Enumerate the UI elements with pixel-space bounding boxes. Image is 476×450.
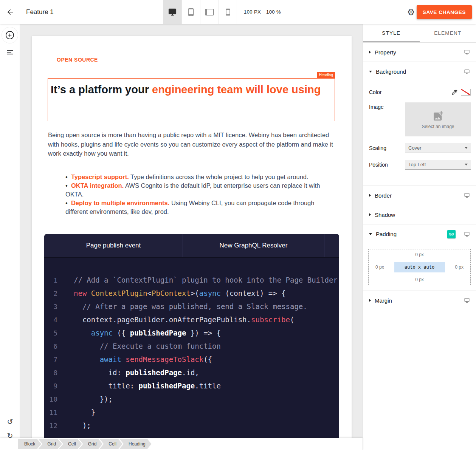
code-line: 6 // Execute a custom function: [44, 340, 339, 353]
code-text: );: [74, 419, 91, 432]
code-screenshot[interactable]: Page publish eventNew GraphQL Resolver 1…: [44, 234, 339, 450]
code-text: title: publishedPage.title: [74, 379, 221, 393]
code-line: 4 context.pageBuilder.onAfterPagePublish…: [44, 313, 339, 326]
code-line: 10 });: [44, 393, 339, 406]
select-image-label: Select an image: [422, 124, 454, 129]
code-text: id: publishedPage.id,: [74, 366, 199, 379]
selected-heading-element[interactable]: It’s a platform your engineering team wi…: [48, 78, 335, 121]
caret-down-icon: [465, 164, 468, 165]
section-border-label: Border: [375, 192, 392, 199]
undo-button[interactable]: ↺: [0, 416, 20, 427]
feature-list[interactable]: • Typescript support. Type definitions a…: [65, 173, 338, 216]
section-padding-label: Padding: [376, 231, 397, 237]
code-line: 8 id: publishedPage.id,: [44, 366, 339, 379]
section-border[interactable]: Border: [363, 186, 476, 205]
element-tree-button[interactable]: [0, 47, 20, 57]
bullet-icon: •: [65, 199, 71, 206]
zoom-info: 100 PX 100 %: [244, 0, 281, 24]
breadcrumb-item-block-0[interactable]: Block: [18, 439, 41, 449]
left-toolbar: ↺ ↻: [0, 24, 20, 438]
style-panel: STYLE ELEMENT Property Background Color …: [363, 24, 476, 450]
code-line: 9 title: publishedPage.title: [44, 379, 339, 393]
line-number: 1: [44, 274, 57, 287]
code-lines: 1// Add a `ContextPlugin` plugin to hook…: [44, 258, 339, 432]
device-tablet-landscape-button[interactable]: [200, 0, 219, 24]
scaling-value: Cover: [408, 145, 422, 151]
breadcrumb-item-cell-2[interactable]: Cell: [59, 439, 82, 449]
section-margin[interactable]: Margin: [363, 291, 476, 310]
device-tablet-button[interactable]: [181, 0, 200, 24]
heading-accent-text: engineering team will love using: [152, 84, 321, 96]
settings-button[interactable]: ⚙: [405, 6, 417, 18]
code-line: 3 // After a page was published, send a …: [44, 300, 339, 313]
zoom-value[interactable]: 100 %: [266, 9, 281, 15]
padding-right-value[interactable]: 0 px: [455, 264, 464, 270]
section-shadow[interactable]: Shadow: [363, 205, 476, 224]
list-item: • Typescript support. Type definitions a…: [65, 173, 338, 181]
tab-element[interactable]: ELEMENT: [420, 24, 476, 42]
monitor-icon[interactable]: [464, 49, 470, 55]
tab-style-label: STYLE: [382, 30, 400, 36]
section-shadow-label: Shadow: [375, 212, 395, 218]
bullet-rest-text: Type definitions across the whole projec…: [129, 173, 309, 180]
line-number: 8: [44, 366, 57, 379]
line-number: 4: [44, 313, 57, 326]
scaling-select[interactable]: Cover: [405, 143, 471, 153]
position-label: Position: [369, 162, 388, 168]
save-changes-button[interactable]: SAVE CHANGES: [417, 5, 472, 19]
monitor-icon[interactable]: [464, 69, 470, 74]
code-tab[interactable]: New GraphQL Resolver: [183, 234, 324, 257]
position-row: Position Top Left: [369, 160, 471, 170]
device-desktop-button[interactable]: [163, 0, 181, 24]
phone-icon: [224, 8, 232, 16]
section-background[interactable]: Background: [363, 62, 476, 81]
position-select[interactable]: Top Left: [405, 160, 471, 170]
padding-settings: 0 px 0 px auto x auto 0 px 0 px: [363, 244, 476, 291]
monitor-icon[interactable]: [464, 193, 470, 198]
padding-center-text: auto x auto: [405, 264, 434, 270]
code-line: 11 }: [44, 406, 339, 419]
section-padding[interactable]: Padding: [363, 224, 476, 244]
device-preview-group: [163, 0, 237, 24]
code-line: 12 );: [44, 419, 339, 432]
select-image-button[interactable]: Select an image: [405, 102, 471, 136]
breadcrumb-item-heading-5[interactable]: Heading: [119, 439, 152, 449]
code-line: 5 async ({ publishedPage }) => {: [44, 326, 339, 340]
line-number: 10: [44, 393, 57, 406]
width-value[interactable]: 100 PX: [244, 9, 261, 15]
tab-element-label: ELEMENT: [434, 30, 461, 36]
chevron-down-icon: [369, 233, 372, 235]
section-property[interactable]: Property: [363, 43, 476, 62]
tab-style[interactable]: STYLE: [363, 24, 420, 42]
chevron-right-icon: [369, 213, 371, 216]
code-text: async ({ publishedPage }) => {: [74, 326, 221, 340]
link-values-button[interactable]: [447, 230, 456, 238]
transparent-color-swatch[interactable]: [461, 89, 471, 96]
padding-top-value[interactable]: 0 px: [369, 252, 470, 257]
breadcrumb-item-grid-1[interactable]: Grid: [38, 439, 62, 449]
code-text: // After a page was published, send a Sl…: [74, 300, 307, 313]
kicker-text[interactable]: OPEN SOURCE: [57, 57, 98, 63]
page-preview: OPEN SOURCE Heading It’s a platform your…: [32, 36, 352, 450]
back-button[interactable]: [0, 0, 20, 24]
scaling-row: Scaling Cover: [369, 143, 471, 153]
paragraph-text[interactable]: Being open source is more than having a …: [48, 130, 333, 158]
code-tab[interactable]: Page publish event: [44, 234, 183, 257]
position-value: Top Left: [408, 162, 426, 167]
add-element-button[interactable]: [2, 27, 18, 43]
padding-bottom-value[interactable]: 0 px: [369, 277, 470, 282]
elements-menu-icon: [7, 50, 13, 54]
breadcrumb-item-cell-4[interactable]: Cell: [99, 439, 122, 449]
padding-left-value[interactable]: 0 px: [375, 264, 384, 270]
padding-center-value[interactable]: auto x auto: [394, 262, 445, 272]
monitor-icon[interactable]: [464, 232, 470, 237]
list-item: • Deploy to multiple environments. Using…: [65, 199, 338, 216]
line-number: 6: [44, 340, 57, 353]
section-background-label: Background: [376, 68, 406, 75]
breadcrumb-item-grid-3[interactable]: Grid: [79, 439, 103, 449]
scaling-label: Scaling: [369, 145, 386, 151]
device-mobile-button[interactable]: [219, 0, 237, 24]
bullet-icon: •: [65, 173, 71, 180]
monitor-icon[interactable]: [464, 298, 470, 303]
eyedropper-icon[interactable]: [451, 89, 458, 96]
